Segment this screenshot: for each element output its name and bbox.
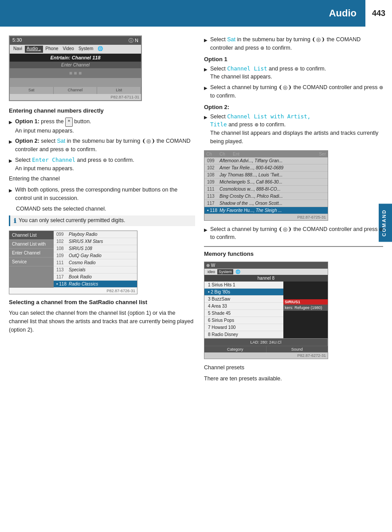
- info-box: ℹ You can only select currently permitte…: [9, 215, 195, 226]
- cl-num-111: 111: [56, 260, 69, 265]
- mem-bottom-bar: LAD: 280: 24U.Cl: [204, 338, 328, 346]
- cl-item-enter-channel: Enter Channel: [9, 249, 54, 258]
- r-o1-to-confirm: to confirm.: [300, 66, 326, 72]
- both-options-content: With both options, press the correspondi…: [15, 186, 195, 203]
- mem-row-3: 3 BuzzSaw: [204, 296, 283, 303]
- r-o1-b1: ▶ Select Channel List and press ⊛ to con…: [204, 65, 383, 82]
- mem-row-5: 5 Shade 45: [204, 310, 283, 317]
- main-content: 5:30 ⓘ N Navi Audio✓ Phone Video System …: [0, 27, 392, 395]
- page-title: Audio: [0, 8, 365, 19]
- mem-sound-btn: Sound: [267, 346, 328, 352]
- option1-text2: button.: [74, 118, 91, 125]
- r-o1-sub: The channel list appears.: [210, 74, 272, 80]
- r-sc-text3: to confirm.: [210, 234, 236, 240]
- os-row-102: 102Amer Tax Relie..., 800-642-0689: [204, 164, 328, 172]
- and-press: and press: [77, 157, 103, 163]
- option2-content: Option 2: select Sat in the submenu bar …: [15, 137, 195, 154]
- mem-left-list: 1 Sirius Hits 1 • 2 Big '80s 3 BuzzSaw 4…: [204, 282, 283, 338]
- channel-presets-label: Channel presets: [204, 364, 383, 372]
- r-o1-b2-content: Select a channel by turning ❨◎❩ the COMA…: [210, 83, 383, 100]
- screen-dots: ■ ■ ■: [10, 68, 141, 78]
- mem-category-btn: Category: [204, 346, 267, 352]
- screen-empty: [10, 78, 141, 87]
- cl-left-menu: Channel List Channel List with Enter Cha…: [9, 231, 54, 288]
- cl-row-099: 099Playboy Radio: [54, 231, 137, 238]
- cl-num-113: 113: [56, 267, 69, 272]
- r-select-channel-bullet: ▶ Select a channel by turning ❨◎❩ the CO…: [204, 225, 383, 242]
- r-o2-b1-content: Select Channel List with Artist,Title an…: [210, 113, 383, 146]
- cl-row-118: • 118Radio Classics: [54, 281, 137, 288]
- right-column: ▶ Select Sat in the submenu bar by turni…: [204, 35, 383, 386]
- mem-sirius-badge: SIRIUS1: [283, 299, 328, 305]
- r-o2-confirm: ⊛: [255, 122, 259, 127]
- screen-enter-channel: Enter Channel: [10, 62, 141, 68]
- bottom-channel: Channel: [54, 87, 98, 94]
- cl-name-111: Cosmo Radio: [69, 260, 96, 265]
- r-o2-b1: ▶ Select Channel List with Artist,Title …: [204, 113, 383, 146]
- cl-name-102: SIRIUS XM Stars: [69, 239, 103, 244]
- os-row-109: 109Michelangelo S..., Call 866-30...: [204, 179, 328, 186]
- nav-phone: Phone: [44, 46, 60, 53]
- r-o1-b2: ▶ Select a channel by turning ❨◎❩ the CO…: [204, 83, 383, 100]
- mem-channel-label: hannel 8: [204, 275, 328, 282]
- os-row-118: • 118My Favorite Hu..., The Sleigh ...: [204, 207, 328, 214]
- cl-name-099: Playboy Radio: [69, 232, 97, 237]
- cl-name-109: OutQ Gay Radio: [69, 253, 102, 258]
- os-row-108: 108Jay Thomas 888..., Louis 'Twit...: [204, 172, 328, 179]
- cl-sidebar: Channel List Channel List with Enter Cha…: [9, 231, 137, 288]
- option2-text4: to confirm.: [71, 146, 97, 153]
- r-o2-sub: The channel list appears and displays th…: [210, 130, 378, 145]
- r-o1-confirm: ⊛: [294, 66, 298, 71]
- cl-row-102: 102SIRIUS XM Stars: [54, 238, 137, 245]
- os-ent-label: Ent: [231, 151, 317, 157]
- mem-nav-bar: ideo System 🌐: [204, 269, 328, 275]
- option2-screen-mockup: Ch Ch Ent Ser 099Afternoon Advi..., Tiff…: [204, 150, 328, 221]
- page-header: Audio 443: [0, 0, 392, 27]
- mem-bottom-lad: LAD: 280: 24U.Cl: [204, 339, 328, 346]
- mem-right-info: SIRIUS1 kers: Refugee (1980): [283, 282, 328, 338]
- option2-bullet: ▶ Option 2: select Sat in the submenu ba…: [9, 137, 195, 154]
- r-bullet-arrow-1: ▶: [204, 37, 208, 43]
- option2-sat: Sat: [57, 138, 65, 144]
- option1-label: Option 1:: [15, 118, 39, 125]
- cl-num-102: 102: [56, 239, 69, 244]
- cl-row-113: 113Specials: [54, 266, 137, 274]
- section2-body: You can select the channel from the chan…: [9, 309, 195, 334]
- os-row-117: 117Shadow of the ..., Orson Scott...: [204, 200, 328, 207]
- bullet-arrow-4: ▶: [9, 187, 12, 194]
- nav-globe: 🌐: [96, 46, 105, 53]
- screen-status: ⓘ N: [129, 37, 138, 44]
- cl-item-channel-list-with: Channel List with: [9, 240, 54, 249]
- screen-code: P82.87-6711-31: [10, 94, 141, 100]
- enter-channel-label: Enter Channel: [32, 156, 75, 163]
- r-submenu-text: in the submenu bar by turning: [237, 36, 312, 43]
- memory-heading: Memory functions: [204, 246, 383, 257]
- cl-row-111: 111Cosmo Radio: [54, 259, 137, 266]
- r-ctrl-sym: ❨◎❩: [312, 36, 325, 43]
- os-row-113: 113Bing Crosby Ch..., Philco Radi...: [204, 193, 328, 200]
- cl-num-099: 099: [56, 232, 69, 237]
- r-o1-select: Select: [210, 66, 227, 72]
- r-o1-b1-arrow: ▶: [204, 66, 208, 73]
- memory-mockup: ⊕ W ideo System 🌐 hannel 8 1 Sirius Hits…: [204, 262, 328, 359]
- to-confirm: to confirm.: [108, 157, 134, 163]
- info-icon: ℹ: [14, 217, 16, 224]
- r-bullet1: ▶ Select Sat in the submenu bar by turni…: [204, 35, 383, 52]
- r-option1-heading: Option 1: [204, 56, 383, 63]
- info-text: You can only select currently permitted …: [19, 217, 125, 223]
- mem-row-4: 4 Area 33: [204, 303, 283, 310]
- mem-top-icon: ⊕ W: [206, 263, 215, 268]
- both-options-bullet: ▶ With both options, press the correspon…: [9, 186, 195, 203]
- screen-channel-title: Entrtain: Channel 118: [10, 54, 141, 62]
- comand-sets: COMAND sets the selected channel.: [16, 205, 195, 213]
- page-number: 443: [365, 0, 392, 27]
- os-top-labels: Ch Ch Ent Ser: [204, 151, 328, 157]
- r-sc-arrow: ▶: [204, 227, 208, 233]
- bullet-arrow-1: ▶: [9, 119, 12, 125]
- enter-channel-bullet: ▶ Select Enter Channel and press ⊛ to co…: [9, 156, 195, 173]
- r-confirm-text: to confirm.: [266, 45, 292, 51]
- mem-nav-system: System: [217, 269, 233, 274]
- mem-code: P82.87-6272-31: [204, 352, 328, 359]
- r-o1-b2-confirm: ⊛: [379, 85, 383, 90]
- mem-nav-video: ideo: [206, 269, 216, 274]
